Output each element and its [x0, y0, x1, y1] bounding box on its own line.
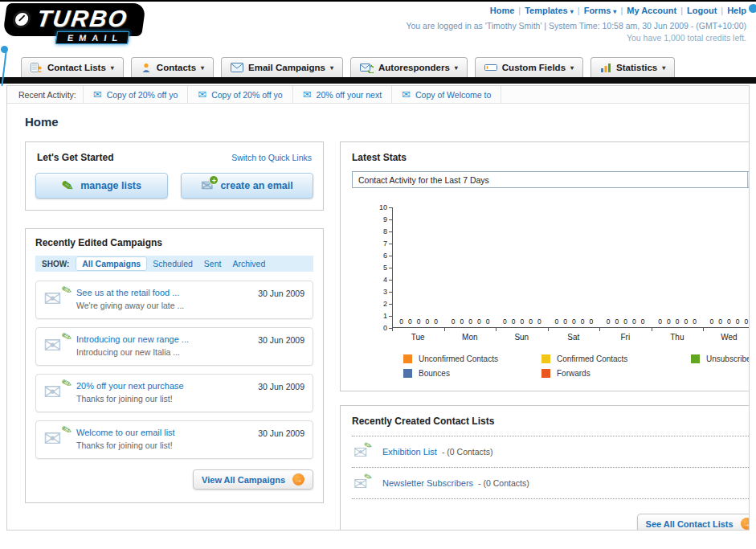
tab-label: Custom Fields: [502, 63, 566, 72]
main-nav-email-campaigns[interactable]: Email Campaigns▾: [221, 57, 343, 77]
filter-tab-sent[interactable]: Sent: [198, 257, 227, 270]
campaign-subtitle: Thanks for joining our list!: [76, 394, 243, 404]
recent-activity-link[interactable]: Copy of 20% off yo: [107, 90, 178, 100]
value-label: 0: [460, 318, 464, 326]
tab-label: Statistics: [616, 63, 657, 72]
envelope-pencil-icon: ✉✎: [43, 336, 69, 357]
top-nav-templates[interactable]: Templates ▾: [525, 6, 574, 15]
recent-activity-link[interactable]: Copy of Welcome to: [415, 90, 491, 100]
x-axis-label: Fri: [599, 328, 652, 342]
chart-value-labels: 00000: [444, 318, 496, 326]
recent-activity-bar: Recent Activity: ✉Copy of 20% off yo✉Cop…: [7, 86, 749, 104]
y-tick: 9: [383, 215, 392, 223]
campaign-title-link[interactable]: 20% off your next purchase: [76, 381, 184, 391]
campaign-item: ✉✎20% off your next purchaseThanks for j…: [35, 374, 313, 412]
value-label: 0: [736, 318, 740, 326]
caret-down-icon: ▾: [455, 64, 458, 72]
statistics-icon: [600, 63, 611, 73]
campaigns-title: Recently Edited Campaigns: [35, 237, 313, 248]
campaign-title-link[interactable]: Welcome to our email list: [76, 428, 175, 437]
main-nav-contacts[interactable]: Contacts▾: [131, 57, 214, 77]
campaign-item: ✉✎Introducing our new range ...Introduci…: [35, 327, 313, 366]
top-nav-logout[interactable]: Logout: [687, 6, 717, 15]
y-tick: 6: [383, 252, 392, 260]
contact-list-link[interactable]: Newsletter Subscribers: [382, 478, 473, 488]
legend-item: Forwards: [541, 369, 691, 378]
switch-quick-links-link[interactable]: Switch to Quick Links: [231, 153, 312, 162]
stats-period-select[interactable]: Contact Activity for the Last 7 Days ▼: [352, 171, 750, 188]
contact-list-count: - (0 Contacts): [442, 447, 493, 457]
campaign-text: Introducing our new range ...Introducing…: [76, 334, 243, 357]
x-axis-label: Wed: [703, 328, 750, 342]
top-nav-forms[interactable]: Forms ▾: [584, 6, 617, 15]
caret-down-icon: ▾: [111, 64, 114, 72]
caret-down-icon: ▾: [570, 8, 574, 15]
filter-tab-archived[interactable]: Archived: [227, 257, 271, 270]
tab-label: Email Campaigns: [248, 63, 325, 72]
value-label: 0: [684, 318, 688, 326]
top-nav: Home|Templates ▾|Forms ▾|My Account|Logo…: [406, 6, 746, 15]
campaign-title-link[interactable]: See us at the retail food ...: [76, 288, 179, 297]
x-axis-label: Mon: [444, 328, 497, 342]
nav-separator: |: [518, 6, 521, 15]
manage-lists-button[interactable]: ✎ manage lists: [35, 173, 168, 199]
recent-activity-link[interactable]: 20% off your next: [317, 90, 382, 100]
top-nav-help[interactable]: Help: [727, 6, 746, 15]
main-nav-statistics[interactable]: Statistics▾: [590, 57, 675, 77]
contact-list-item: ✉✎Exhibition List- (0 Contacts): [352, 436, 750, 467]
value-label: 0: [607, 318, 611, 326]
latest-stats-title: Latest Stats: [352, 152, 750, 163]
view-all-campaigns-button[interactable]: View All Campaigns →: [193, 469, 313, 490]
legend-label: Bounces: [419, 369, 450, 378]
value-label: 0: [399, 318, 403, 326]
chart-plot-area: 00000000000000000000000000000000000: [392, 207, 750, 328]
filter-tab-all-campaigns[interactable]: All Campaigns: [76, 256, 147, 271]
legend-label: Unsubscribes: [706, 354, 750, 363]
x-axis-label: Thu: [652, 328, 704, 342]
get-started-panel: Let's Get Started Switch to Quick Links …: [25, 141, 324, 211]
recent-activity-link[interactable]: Copy of 20% off yo: [211, 90, 283, 100]
chart-value-labels: 00000: [497, 318, 548, 326]
header-right: Home|Templates ▾|Forms ▾|My Account|Logo…: [406, 6, 746, 43]
legend-swatch: [541, 369, 550, 378]
chart-category-group: 00000: [652, 207, 703, 327]
value-label: 0: [503, 318, 507, 326]
nav-separator: |: [680, 6, 683, 15]
top-nav-my-account[interactable]: My Account: [627, 6, 676, 15]
main-nav-contact-lists[interactable]: Contact Lists▾: [21, 57, 124, 77]
legend-swatch: [691, 354, 700, 363]
top-nav-home[interactable]: Home: [490, 6, 515, 15]
manage-lists-label: manage lists: [80, 180, 141, 191]
chart-value-labels: 00000: [600, 318, 652, 326]
campaign-item: ✉✎Welcome to our email listThanks for jo…: [35, 420, 313, 459]
chart-value-labels: 00000: [548, 318, 599, 326]
value-label: 0: [563, 318, 567, 326]
pencil-icon: ✎: [62, 178, 73, 195]
caret-down-icon: ▾: [201, 64, 204, 72]
value-label: 0: [718, 318, 722, 326]
value-label: 0: [468, 318, 472, 326]
see-all-contact-lists-button[interactable]: See All Contact Lists →: [637, 514, 750, 531]
latest-stats-panel: Latest Stats Contact Activity for the La…: [340, 141, 750, 391]
campaign-item: ✉✎See us at the retail food ...We're giv…: [35, 281, 313, 319]
show-label: SHOW:: [42, 260, 69, 268]
get-started-title: Let's Get Started: [37, 152, 114, 163]
y-tick: 3: [383, 288, 392, 296]
campaign-text: 20% off your next purchaseThanks for joi…: [76, 381, 243, 404]
main-nav-autoresponders[interactable]: Autoresponders▾: [350, 57, 468, 77]
logo-subtext: EMAIL: [55, 31, 129, 44]
chart-category-group: 00000: [703, 207, 750, 327]
envelope-pencil-icon: ✉✎: [43, 289, 69, 310]
legend-swatch: [403, 354, 412, 363]
right-column: Latest Stats Contact Activity for the La…: [340, 141, 750, 531]
contact-list-link[interactable]: Exhibition List: [382, 447, 437, 457]
filter-tab-scheduled[interactable]: Scheduled: [147, 257, 198, 270]
create-email-button[interactable]: ✉+ create an email: [181, 173, 313, 199]
main-nav-custom-fields[interactable]: Custom Fields▾: [475, 57, 583, 77]
envelope-icon: ✉: [93, 90, 102, 100]
campaign-title-link[interactable]: Introducing our new range ...: [76, 334, 189, 344]
value-label: 0: [426, 318, 430, 326]
value-label: 0: [727, 318, 731, 326]
envelope-pencil-icon: ✉✎: [43, 383, 69, 404]
nav-separator: |: [620, 6, 623, 15]
